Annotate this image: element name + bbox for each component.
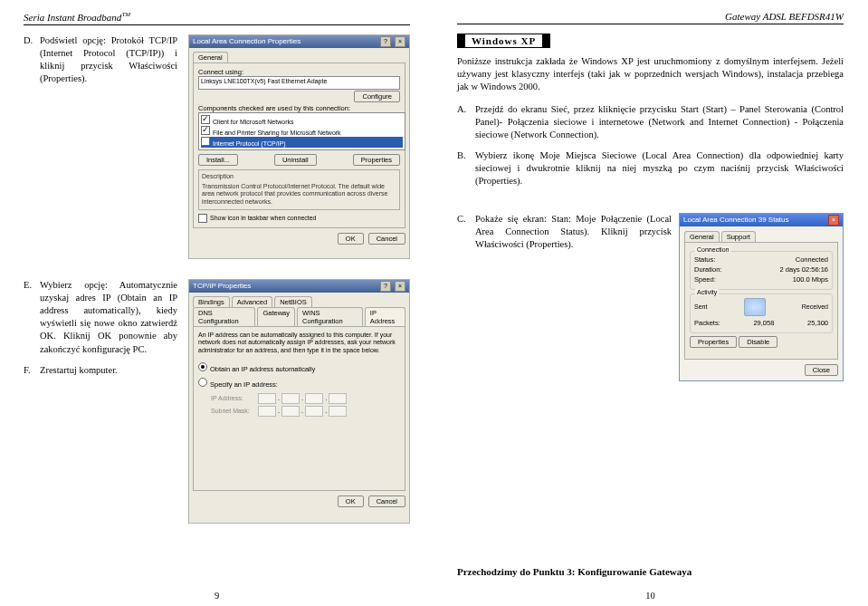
- show-icon-checkbox[interactable]: [198, 214, 207, 223]
- status-label: Status:: [694, 255, 715, 264]
- radio-specify-ip[interactable]: [198, 378, 207, 387]
- subnet-mask-label: Subnet Mask:: [211, 408, 256, 414]
- status-value: Connected: [796, 255, 828, 264]
- close-icon[interactable]: ×: [828, 215, 839, 226]
- tab-ipaddress[interactable]: IP Address: [365, 307, 405, 326]
- close-button[interactable]: Close: [805, 364, 838, 376]
- page-right: Gateway ADSL BEFDSR41W Windows XP Poniżs…: [434, 0, 867, 606]
- cancel-button[interactable]: Cancel: [368, 233, 405, 245]
- content-f: Zrestartuj komputer.: [40, 364, 177, 377]
- list-item-f: F. Zrestartuj komputer.: [24, 364, 177, 377]
- question-icon[interactable]: ?: [380, 281, 391, 292]
- screenshot-status: Local Area Connection 39 Status × Genera…: [679, 213, 844, 381]
- status-titlebar: Local Area Connection 39 Status ×: [680, 214, 843, 226]
- list-item-c: C. Pokaże się ekran: Stan: Moje Połączen…: [457, 213, 672, 252]
- tab-support[interactable]: Support: [721, 231, 756, 242]
- ip-seg: [258, 406, 276, 417]
- ip-seg: [281, 406, 300, 417]
- speed-label: Speed:: [694, 275, 716, 284]
- tab-general[interactable]: General: [193, 52, 228, 63]
- disable-button[interactable]: Disable: [739, 336, 777, 348]
- received-label: Received: [802, 303, 828, 310]
- page-number-left: 9: [0, 591, 434, 601]
- activity-icon: [744, 298, 766, 316]
- list-item-b: B. Wybierz ikonę Moje Miejsca Sieciowe (…: [457, 149, 844, 188]
- speed-value: 100.0 Mbps: [793, 275, 828, 284]
- windows-xp-heading: Windows XP: [457, 34, 844, 48]
- row-d: D. Podświetl opcję: Protokół TCP/IP (Int…: [24, 34, 410, 259]
- series-title: Seria Instant Broadband: [24, 12, 121, 23]
- connection-group-label: Connection: [695, 246, 730, 253]
- components-list[interactable]: Client for Microsoft Networks File and P…: [198, 112, 405, 150]
- row-c: C. Pokaże się ekran: Stan: Moje Połączen…: [457, 213, 844, 381]
- sent-label: Sent: [694, 303, 707, 310]
- text-col-d: D. Podświetl opcję: Protokół TCP/IP (Int…: [24, 34, 188, 259]
- ipprops-titlebar: TCP/IP Properties ? ×: [189, 280, 409, 293]
- opt-specify-label: Specify an IP address:: [210, 380, 278, 389]
- packets-label: Packets:: [694, 319, 720, 327]
- components-label: Components checked are used by this conn…: [198, 104, 400, 112]
- marker-b: B.: [457, 149, 475, 188]
- content-c: Pokaże się ekran: Stan: Moje Połączenie …: [475, 213, 672, 252]
- screenshot-lacp: Local Area Connection Properties ? × Gen…: [188, 34, 410, 259]
- lacp-titlebar: Local Area Connection Properties ? ×: [189, 35, 409, 48]
- text-col-ef: E. Wybierz opcję: Automatycznie uzyskaj …: [24, 279, 188, 524]
- marker-e: E.: [24, 279, 40, 356]
- packets-received: 25,300: [807, 319, 828, 327]
- xp-heading-text: Windows XP: [465, 34, 542, 48]
- tab-advanced[interactable]: Advanced: [232, 296, 272, 307]
- uninstall-button[interactable]: Uninstall: [274, 154, 317, 166]
- ipprops-blurb: An IP address can be automatically assig…: [198, 332, 400, 355]
- configure-button[interactable]: Configure: [354, 91, 400, 102]
- content-e: Wybierz opcję: Automatycznie uzyskaj adr…: [40, 279, 177, 356]
- close-icon[interactable]: ×: [395, 281, 405, 292]
- list-item-e: E. Wybierz opcję: Automatycznie uzyskaj …: [24, 279, 177, 356]
- tab-dns[interactable]: DNS Configuration: [193, 307, 255, 326]
- screenshot-ipprops: TCP/IP Properties ? × Bindings Advanced …: [188, 279, 410, 524]
- radio-auto-ip[interactable]: [198, 362, 207, 371]
- page-number-right: 10: [434, 591, 867, 601]
- cancel-button[interactable]: Cancel: [368, 495, 405, 507]
- marker-d: D.: [24, 34, 40, 86]
- tab-gateway[interactable]: Gateway: [257, 307, 295, 326]
- status-title: Local Area Connection 39 Status: [683, 216, 825, 224]
- xp-intro: Poniższe instrukcja zakłada że Windows X…: [457, 55, 844, 94]
- row-ef: E. Wybierz opcję: Automatycznie uzyskaj …: [24, 279, 410, 524]
- ok-button[interactable]: OK: [338, 233, 364, 245]
- show-icon-label: Show icon in taskbar when connected: [210, 215, 317, 221]
- tab-general[interactable]: General: [684, 231, 720, 242]
- header-right: Gateway ADSL BEFDSR41W: [457, 11, 844, 24]
- tm-mark: TM: [121, 11, 130, 18]
- properties-button[interactable]: Properties: [353, 154, 400, 166]
- properties-button[interactable]: Properties: [690, 336, 737, 348]
- next-step-note: Przechodzimy do Punktu 3: Konfigurowanie…: [457, 566, 844, 577]
- ip-seg: [258, 393, 276, 404]
- ip-address-label: IP Address:: [211, 395, 256, 401]
- list-item-d: D. Podświetl opcję: Protokół TCP/IP (Int…: [24, 34, 177, 86]
- desc-label: Description: [202, 173, 396, 181]
- activity-group-label: Activity: [695, 289, 719, 295]
- close-icon[interactable]: ×: [395, 36, 405, 47]
- question-icon[interactable]: ?: [380, 36, 391, 47]
- ok-button[interactable]: OK: [338, 495, 364, 507]
- duration-value: 2 days 02:56:16: [780, 265, 828, 274]
- header-left: Seria Instant BroadbandTM: [24, 11, 410, 25]
- lacp-title: Local Area Connection Properties: [193, 37, 377, 45]
- content-a: Przejdź do ekranu Sieć, przez kliknięcie…: [475, 103, 844, 142]
- connect-using-label: Connect using:: [198, 68, 400, 76]
- tab-wins[interactable]: WINS Configuration: [297, 307, 363, 326]
- ip-seg: [305, 393, 323, 404]
- ipprops-body: Bindings Advanced NetBIOS DNS Configurat…: [189, 293, 409, 523]
- description-box: Description Transmission Control Protoco…: [198, 169, 400, 210]
- comp-fileshare: File and Printer Sharing for Microsoft N…: [213, 130, 341, 136]
- opt-auto-label: Obtain an IP address automatically: [210, 365, 315, 373]
- content-d: Podświetl opcję: Protokół TCP/IP (Intern…: [40, 34, 177, 86]
- install-button[interactable]: Install...: [198, 154, 238, 166]
- tab-bindings[interactable]: Bindings: [193, 296, 230, 307]
- desc-text: Transmission Control Protocol/Internet P…: [202, 183, 396, 207]
- ipprops-title: TCP/IP Properties: [193, 282, 377, 290]
- adapter-field[interactable]: Linksys LNE100TX(v5) Fast Ethernet Adapt…: [198, 76, 400, 90]
- marker-c: C.: [457, 213, 475, 252]
- tab-netbios[interactable]: NetBIOS: [274, 296, 312, 307]
- ip-seg: [329, 393, 347, 404]
